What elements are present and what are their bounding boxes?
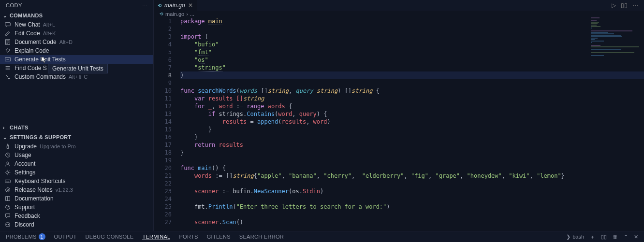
bottom-panel: PROBLEMS1OUTPUTDEBUG CONSOLETERMINALPORT… bbox=[0, 231, 644, 242]
settings-settings[interactable]: Settings bbox=[0, 168, 153, 177]
section-settings-label: SETTINGS & SUPPORT bbox=[10, 134, 72, 140]
settings-upgrade[interactable]: UpgradeUpgrade to Pro bbox=[0, 142, 153, 151]
chevron-down-icon: ⌄ bbox=[3, 135, 10, 140]
panel-tab-gitlens[interactable]: GITLENS bbox=[207, 234, 231, 240]
tab-bar: ⟲ main.go ✕ ▷ ▯▯ ⋯ bbox=[154, 0, 644, 11]
section-commands-label: COMMANDS bbox=[10, 13, 43, 18]
settings-discord[interactable]: Discord bbox=[0, 220, 153, 229]
go-file-icon: ⟲ bbox=[160, 12, 163, 16]
settings-keyboard-shortcuts[interactable]: Keyboard Shortcuts bbox=[0, 177, 153, 185]
command-generate-unit-tests[interactable]: Generate Unit TestsGenerate Unit Tests bbox=[0, 55, 153, 64]
section-chats-label: CHATS bbox=[10, 125, 29, 130]
smell-icon bbox=[4, 64, 12, 72]
account-icon bbox=[4, 160, 12, 168]
command-shortcut: Alt+⇧ C bbox=[69, 74, 88, 80]
settings-label: Account bbox=[15, 160, 35, 167]
sidebar: CODY ⋯ ⌄ COMMANDS New ChatAlt+LEdit Code… bbox=[0, 0, 154, 231]
svg-point-10 bbox=[7, 224, 7, 225]
command-find-code-smells[interactable]: Find Code S bbox=[0, 64, 153, 72]
chevron-right-icon: › bbox=[3, 125, 10, 130]
terminal-profile[interactable]: ❯ bash bbox=[566, 234, 584, 240]
discord-icon bbox=[4, 221, 12, 228]
command-explain-code[interactable]: Explain Code bbox=[0, 46, 153, 55]
command-document-code[interactable]: Document CodeAlt+D bbox=[0, 38, 153, 46]
settings-label: Discord bbox=[15, 221, 34, 228]
settings-label: Release Notes bbox=[15, 186, 53, 193]
panel-tab-search-error[interactable]: SEARCH ERROR bbox=[239, 234, 284, 240]
code-editor[interactable]: 1234567891011121314151617181920212223242… bbox=[154, 17, 644, 231]
settings-hint: Upgrade to Pro bbox=[40, 143, 76, 149]
editor-area: ⟲ main.go ✕ ▷ ▯▯ ⋯ ⟲ main.go › ... 12345… bbox=[154, 0, 644, 231]
svg-point-5 bbox=[7, 171, 9, 173]
tab-actions: ▷ ▯▯ ⋯ bbox=[612, 2, 644, 9]
section-settings[interactable]: ⌄ SETTINGS & SUPPORT bbox=[0, 132, 153, 142]
section-chats[interactable]: › CHATS bbox=[0, 123, 153, 132]
chevron-down-icon: ⌄ bbox=[3, 13, 10, 18]
panel-tab-problems[interactable]: PROBLEMS1 bbox=[6, 233, 45, 240]
add-terminal-icon[interactable]: ＋ bbox=[590, 233, 595, 241]
svg-point-8 bbox=[7, 189, 9, 191]
settings-feedback[interactable]: Feedback bbox=[0, 212, 153, 220]
edit-icon bbox=[4, 29, 12, 37]
settings-label: Support bbox=[15, 204, 35, 211]
settings-account[interactable]: Account bbox=[0, 159, 153, 168]
explain-icon bbox=[4, 47, 12, 55]
upgrade-icon bbox=[4, 142, 12, 150]
svg-rect-0 bbox=[5, 23, 11, 26]
settings-usage[interactable]: Usage bbox=[0, 151, 153, 159]
minimap[interactable] bbox=[586, 17, 644, 231]
tab-main-go[interactable]: ⟲ main.go ✕ bbox=[154, 0, 197, 11]
command-edit-code[interactable]: Edit CodeAlt+K bbox=[0, 29, 153, 38]
command-custom-commands[interactable]: Custom CommandsAlt+⇧ C bbox=[0, 72, 153, 81]
settings-hint: v1.22.3 bbox=[56, 187, 73, 193]
command-label: Document Code bbox=[15, 39, 57, 45]
settings-label: Keyboard Shortcuts bbox=[15, 178, 65, 185]
feedback-icon bbox=[4, 212, 12, 220]
command-shortcut: Alt+K bbox=[43, 30, 56, 36]
usage-icon bbox=[4, 151, 12, 159]
settings-support[interactable]: Support bbox=[0, 203, 153, 212]
terminal-icon: ❯ bbox=[566, 234, 571, 240]
close-icon[interactable]: ✕ bbox=[188, 2, 193, 9]
svg-point-4 bbox=[7, 162, 9, 164]
command-label: Find Code S bbox=[15, 65, 47, 71]
go-file-icon: ⟲ bbox=[158, 3, 161, 8]
close-panel-icon[interactable]: ✕ bbox=[634, 234, 638, 240]
panel-tab-terminal[interactable]: TERMINAL bbox=[142, 234, 170, 240]
command-label: New Chat bbox=[15, 21, 40, 28]
settings-label: Upgrade bbox=[15, 143, 37, 150]
line-gutter: 1234567891011121314151617181920212223242… bbox=[154, 17, 180, 231]
settings-documentation[interactable]: Documentation bbox=[0, 194, 153, 203]
tab-name: main.go bbox=[164, 2, 185, 9]
run-icon[interactable]: ▷ bbox=[612, 2, 616, 9]
command-new-chat[interactable]: New ChatAlt+L bbox=[0, 20, 153, 29]
settings-label: Usage bbox=[15, 152, 31, 158]
test-icon bbox=[4, 56, 12, 63]
chat-icon bbox=[4, 21, 12, 28]
doc-icon bbox=[4, 38, 12, 46]
command-label: Explain Code bbox=[15, 47, 49, 54]
docu-icon bbox=[4, 195, 12, 202]
release-icon bbox=[4, 186, 12, 194]
trash-icon[interactable]: 🗑 bbox=[613, 234, 618, 240]
panel-tab-output[interactable]: OUTPUT bbox=[54, 234, 77, 240]
split-icon[interactable]: ▯▯ bbox=[621, 2, 628, 9]
command-shortcut: Alt+D bbox=[59, 39, 73, 45]
breadcrumb-sep: › bbox=[186, 11, 188, 17]
svg-point-7 bbox=[6, 188, 10, 192]
split-terminal-icon[interactable]: ▯▯ bbox=[601, 234, 607, 240]
settings-icon bbox=[4, 169, 12, 176]
settings-release-notes[interactable]: Release Notesv1.22.3 bbox=[0, 185, 153, 194]
section-commands[interactable]: ⌄ COMMANDS bbox=[0, 11, 153, 20]
breadcrumb[interactable]: ⟲ main.go › ... bbox=[154, 11, 644, 17]
command-label: Generate Unit Tests bbox=[15, 56, 66, 63]
command-label: Custom Commands bbox=[15, 73, 66, 80]
maximize-icon[interactable]: ⌃ bbox=[624, 234, 628, 240]
breadcrumb-rest: ... bbox=[190, 11, 194, 17]
code-lines[interactable]: package mainimport ( "bufio" "fmt" "os" … bbox=[180, 17, 644, 231]
panel-tab-ports[interactable]: PORTS bbox=[179, 234, 198, 240]
more-icon[interactable]: ⋯ bbox=[632, 2, 638, 9]
settings-label: Settings bbox=[15, 169, 35, 176]
panel-tab-debug-console[interactable]: DEBUG CONSOLE bbox=[86, 234, 134, 240]
sidebar-more-icon[interactable]: ⋯ bbox=[142, 2, 148, 9]
